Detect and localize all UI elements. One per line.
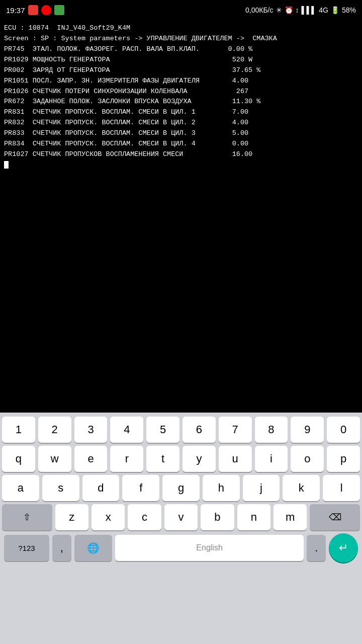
numbers-symbols-key[interactable]: ?123 (4, 535, 49, 561)
keyboard-row-asdf: a s d f g h j k l (2, 475, 360, 501)
terminal-line: PR1026 СЧЕТЧИК ПОТЕРИ СИНХРОНИЗАЦИИ КОЛЕ… (4, 87, 358, 97)
terminal-line: PR831 СЧЕТЧИК ПРОПУСК. ВОСПЛАМ. СМЕСИ В … (4, 107, 358, 118)
app-icon-1 (28, 5, 38, 15)
terminal-line: PR1027 СЧЕТЧИК ПРОПУСКОВ ВОСПЛАМЕНЕНИЯ С… (4, 149, 358, 160)
terminal-screen: ECU : 10874 INJ_V40_Soft29_K4M Screen : … (0, 20, 362, 413)
key-k[interactable]: k (283, 475, 320, 501)
backspace-key[interactable]: ⌫ (310, 504, 360, 530)
signal-arrows-icon: ↕ (296, 6, 299, 14)
key-u[interactable]: u (219, 446, 252, 472)
enter-key[interactable]: ↵ (329, 533, 358, 562)
battery-level: 58% (342, 6, 356, 14)
key-m[interactable]: m (274, 504, 307, 530)
key-h[interactable]: h (203, 475, 240, 501)
key-n[interactable]: n (237, 504, 270, 530)
key-b[interactable]: b (201, 504, 234, 530)
key-4[interactable]: 4 (110, 417, 143, 443)
shift-key[interactable]: ⇧ (2, 504, 52, 530)
key-8[interactable]: 8 (255, 417, 288, 443)
bluetooth-icon: ✳ (276, 6, 282, 14)
keyboard-row-numbers: 1 2 3 4 5 6 7 8 9 0 (2, 417, 360, 443)
key-w[interactable]: w (38, 446, 71, 472)
keyboard-bottom-row: ?123 , 🌐 English . ↵ (2, 533, 360, 562)
status-left: 19:37 (6, 5, 64, 15)
key-9[interactable]: 9 (291, 417, 324, 443)
keyboard-row-zxcv: ⇧ z x c v b n m ⌫ (2, 504, 360, 530)
key-y[interactable]: y (183, 446, 216, 472)
terminal-line: PR002 ЗАРЯД ОТ ГЕНЕРАТОРА 37.65 % (4, 65, 358, 76)
key-z[interactable]: z (55, 504, 88, 530)
key-p[interactable]: p (327, 446, 360, 472)
key-d[interactable]: d (82, 475, 120, 501)
key-f[interactable]: f (122, 475, 159, 501)
key-e[interactable]: e (74, 446, 108, 472)
alarm-icon: ⏰ (285, 6, 293, 14)
key-t[interactable]: t (146, 446, 179, 472)
key-a[interactable]: a (2, 475, 39, 501)
key-x[interactable]: x (92, 504, 125, 530)
key-3[interactable]: 3 (74, 417, 108, 443)
key-6[interactable]: 6 (183, 417, 216, 443)
terminal-line: Screen : SP : System parameters -> УПРАВ… (4, 34, 358, 44)
terminal-line: PR1051 ПОСЛ. ЗАПР. ЗН. ИЗМЕРИТЕЛЯ ФАЗЫ Д… (4, 76, 358, 87)
terminal-line: PR1029 МОЩНОСТЬ ГЕНЕРАТОРА 520 W (4, 55, 358, 65)
key-1[interactable]: 1 (2, 417, 35, 443)
key-5[interactable]: 5 (146, 417, 179, 443)
key-7[interactable]: 7 (219, 417, 252, 443)
key-j[interactable]: j (243, 475, 280, 501)
key-r[interactable]: r (110, 446, 143, 472)
signal-bars-icon: ▌▌▌ (302, 6, 317, 14)
terminal-line: PR833 СЧЕТЧИК ПРОПУСК. ВОСПЛАМ. СМЕСИ В … (4, 128, 358, 139)
key-v[interactable]: v (164, 504, 198, 530)
key-0[interactable]: 0 (327, 417, 360, 443)
key-l[interactable]: l (323, 475, 360, 501)
key-i[interactable]: i (255, 446, 288, 472)
period-key[interactable]: . (307, 535, 326, 561)
terminal-line: PR832 СЧЕТЧИК ПРОПУСК. ВОСПЛАМ. СМЕСИ В … (4, 118, 358, 128)
network-type: 4G (319, 6, 328, 14)
data-speed: 0,00КБ/с (245, 6, 273, 14)
app-icon-2 (41, 5, 51, 15)
terminal-line: PR834 СЧЕТЧИК ПРОПУСК. ВОСПЛАМ. СМЕСИ В … (4, 139, 358, 149)
key-q[interactable]: q (2, 446, 35, 472)
battery-icon: 🔋 (331, 6, 339, 14)
status-bar: 19:37 0,00КБ/с ✳ ⏰ ↕ ▌▌▌ 4G 🔋 58% (0, 0, 362, 20)
app-icon-3 (54, 5, 64, 15)
globe-key[interactable]: 🌐 (74, 535, 112, 561)
key-s[interactable]: s (42, 475, 79, 501)
terminal-line: PR745 ЭТАЛ. ПОЛОЖ. ФАЗОРЕГ. РАСП. ВАЛА В… (4, 44, 358, 55)
terminal-line: PR672 ЗАДАННОЕ ПОЛОЖ. ЗАСЛОНКИ ВПУСКА ВО… (4, 97, 358, 107)
keyboard: 1 2 3 4 5 6 7 8 9 0 q w e r t y u i o p … (0, 413, 362, 644)
time: 19:37 (6, 6, 25, 15)
key-o[interactable]: o (291, 446, 324, 472)
space-key[interactable]: English (115, 535, 304, 561)
key-2[interactable]: 2 (38, 417, 71, 443)
comma-key[interactable]: , (52, 535, 71, 561)
key-c[interactable]: c (128, 504, 161, 530)
terminal-line: ECU : 10874 INJ_V40_Soft29_K4M (4, 23, 358, 34)
status-right: 0,00КБ/с ✳ ⏰ ↕ ▌▌▌ 4G 🔋 58% (245, 6, 356, 14)
keyboard-row-qwerty: q w e r t y u i o p (2, 446, 360, 472)
terminal-cursor-line (4, 160, 358, 171)
key-g[interactable]: g (162, 475, 200, 501)
